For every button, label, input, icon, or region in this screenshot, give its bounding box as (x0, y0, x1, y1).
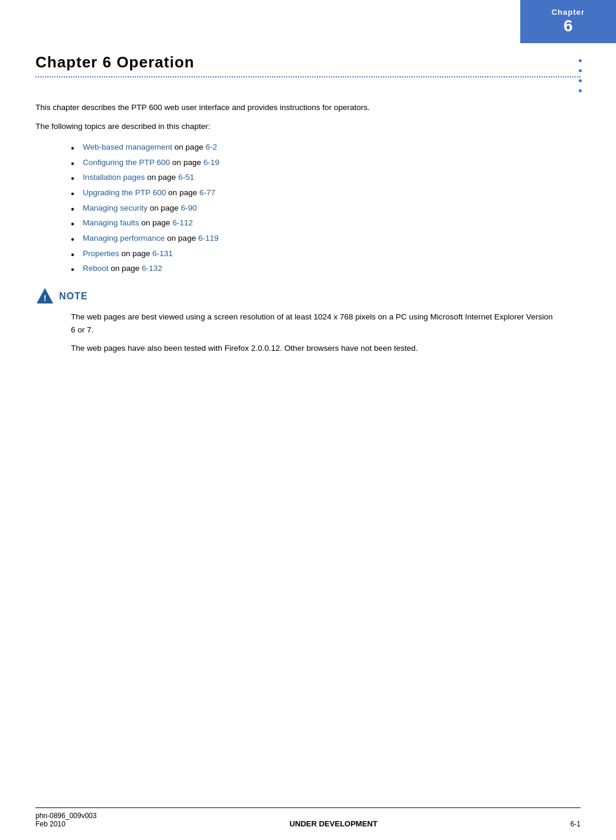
list-item: Installation pages on page 6-51 (71, 170, 581, 185)
link-installation-pages[interactable]: Installation pages (83, 173, 145, 182)
chapter-tab-number: 6 (563, 17, 573, 35)
list-item: Managing security on page 6-90 (71, 201, 581, 216)
suffix-8: on page (119, 249, 153, 258)
suffix-4: on page (166, 188, 199, 197)
intro-paragraph: This chapter describes the PTP 600 web u… (35, 101, 544, 114)
chapter-title: Chapter 6 Operation (35, 53, 581, 72)
link-managing-performance[interactable]: Managing performance (83, 234, 165, 243)
side-dot-3 (579, 79, 582, 82)
list-item: Upgrading the PTP 600 on page 6-77 (71, 185, 581, 201)
note-paragraph-1: The web pages are best viewed using a sc… (71, 311, 556, 336)
page-ref-8[interactable]: 6-131 (153, 249, 173, 258)
list-item: Web-based management on page 6-2 (71, 140, 581, 155)
suffix-9: on page (109, 264, 142, 273)
suffix-2: on page (170, 158, 203, 167)
suffix-6: on page (139, 218, 172, 227)
note-header: ! NOTE (35, 287, 581, 306)
page-ref-1[interactable]: 6-2 (206, 143, 218, 151)
page-ref-7[interactable]: 6-119 (198, 234, 219, 243)
footer-date: Feb 2010 (35, 820, 96, 828)
side-dot-2 (579, 69, 582, 72)
link-managing-security[interactable]: Managing security (83, 203, 148, 212)
note-section: ! NOTE The web pages are best viewed usi… (35, 287, 581, 355)
footer-page-number: 6-1 (570, 820, 581, 828)
note-paragraph-2: The web pages have also been tested with… (71, 342, 556, 355)
link-managing-faults[interactable]: Managing faults (83, 218, 139, 227)
note-icon: ! (35, 287, 54, 306)
link-upgrading-ptp600[interactable]: Upgrading the PTP 600 (83, 188, 166, 197)
topics-list: Web-based management on page 6-2 Configu… (71, 140, 581, 276)
list-item: Configuring the PTP 600 on page 6-19 (71, 155, 581, 170)
page-ref-9[interactable]: 6-132 (142, 264, 163, 273)
page-ref-6[interactable]: 6-112 (173, 218, 193, 227)
side-dot-4 (579, 89, 582, 92)
page-ref-5[interactable]: 6-90 (181, 203, 197, 212)
page-container: Chapter 6 Chapter 6 Operation This chapt… (0, 0, 616, 840)
svg-text:!: ! (44, 293, 47, 303)
note-content: The web pages are best viewed using a sc… (71, 311, 556, 355)
footer-left: phn-0896_009v003 Feb 2010 (35, 812, 96, 828)
page-footer: phn-0896_009v003 Feb 2010 UNDER DEVELOPM… (35, 807, 581, 828)
topics-intro: The following topics are described in th… (35, 120, 581, 133)
page-ref-4[interactable]: 6-77 (199, 188, 215, 197)
list-item: Managing faults on page 6-112 (71, 215, 581, 231)
link-web-based-management[interactable]: Web-based management (83, 143, 172, 151)
chapter-tab-label: Chapter (552, 8, 585, 17)
suffix-1: on page (172, 143, 205, 151)
suffix-3: on page (145, 173, 178, 182)
note-label: NOTE (59, 291, 87, 302)
suffix-5: on page (148, 203, 181, 212)
footer-center: UNDER DEVELOPMENT (96, 819, 570, 828)
list-item: Managing performance on page 6-119 (71, 231, 581, 246)
chapter-divider (35, 76, 581, 77)
page-ref-3[interactable]: 6-51 (178, 173, 194, 182)
link-properties[interactable]: Properties (83, 249, 119, 258)
list-item: Properties on page 6-131 (71, 246, 581, 261)
chapter-tab: Chapter 6 (520, 0, 616, 43)
list-item: Reboot on page 6-132 (71, 261, 581, 276)
suffix-7: on page (165, 234, 198, 243)
page-ref-2[interactable]: 6-19 (203, 158, 219, 167)
footer-doc-id: phn-0896_009v003 (35, 812, 96, 820)
main-content: Chapter 6 Operation This chapter describ… (35, 0, 581, 355)
link-configuring-ptp600[interactable]: Configuring the PTP 600 (83, 158, 170, 167)
side-dots-decoration (579, 59, 582, 92)
link-reboot[interactable]: Reboot (83, 264, 109, 273)
side-dot-1 (579, 59, 582, 62)
